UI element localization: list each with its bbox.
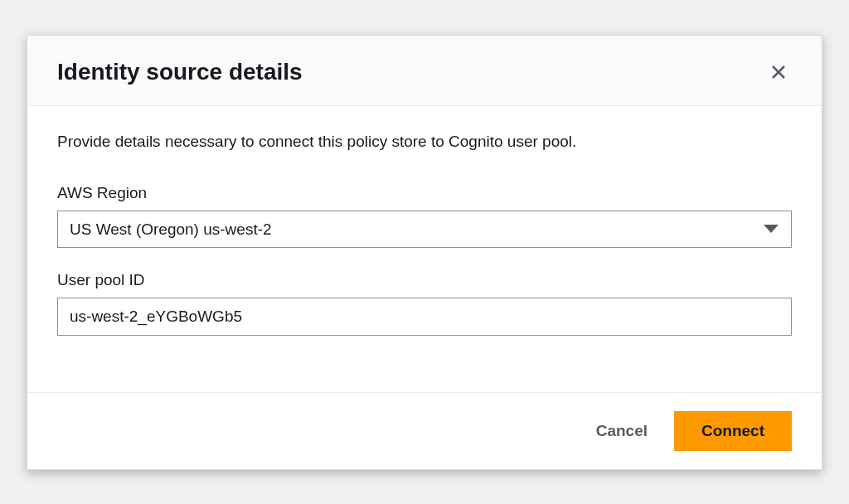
user-pool-id-input[interactable] — [57, 298, 792, 336]
aws-region-label: AWS Region — [57, 184, 792, 202]
cancel-button[interactable]: Cancel — [589, 414, 654, 448]
identity-source-modal: Identity source details Provide details … — [27, 35, 822, 470]
close-icon — [769, 62, 788, 82]
aws-region-select-wrapper: US West (Oregon) us-west-2 — [57, 211, 792, 248]
user-pool-id-field: User pool ID — [57, 271, 792, 336]
modal-footer: Cancel Connect — [27, 392, 822, 469]
close-button[interactable] — [765, 59, 792, 85]
aws-region-select[interactable]: US West (Oregon) us-west-2 — [57, 211, 792, 248]
user-pool-id-label: User pool ID — [57, 271, 792, 289]
modal-description: Provide details necessary to connect thi… — [57, 133, 792, 151]
modal-header: Identity source details — [27, 36, 822, 106]
connect-button[interactable]: Connect — [674, 411, 792, 451]
aws-region-field: AWS Region US West (Oregon) us-west-2 — [57, 184, 792, 248]
modal-title: Identity source details — [57, 59, 303, 85]
modal-body: Provide details necessary to connect thi… — [27, 106, 822, 392]
